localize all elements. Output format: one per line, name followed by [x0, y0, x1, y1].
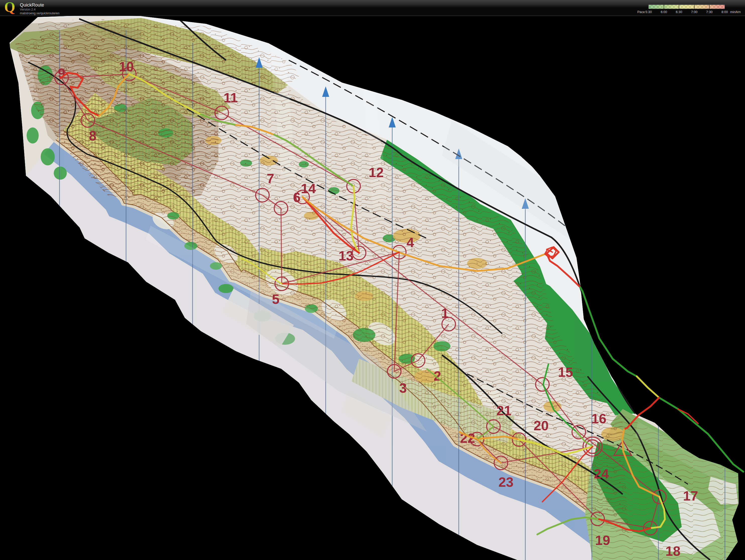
svg-text:7:30: 7:30: [706, 10, 712, 14]
svg-text:Q: Q: [4, 0, 15, 15]
svg-text:3: 3: [399, 380, 407, 395]
svg-text:1: 1: [441, 306, 449, 321]
svg-text:Pace: Pace: [637, 10, 645, 14]
svg-text:10: 10: [119, 59, 134, 74]
svg-text:6:00: 6:00: [661, 10, 667, 14]
svg-text:QuickRoute: QuickRoute: [20, 2, 44, 7]
svg-text:6:30: 6:30: [676, 10, 682, 14]
svg-text:4: 4: [407, 235, 414, 250]
svg-text:17: 17: [683, 488, 698, 503]
svg-text:14: 14: [301, 181, 316, 196]
svg-text:6: 6: [293, 190, 300, 205]
svg-text:12: 12: [368, 165, 384, 180]
svg-text:matstroeng.se/quickroute/en: matstroeng.se/quickroute/en: [20, 11, 60, 15]
svg-text:23: 23: [498, 475, 514, 490]
svg-text:20: 20: [533, 418, 549, 433]
svg-text:13: 13: [338, 248, 354, 263]
svg-text:18: 18: [666, 544, 680, 559]
svg-text:7: 7: [267, 171, 274, 186]
svg-text:11: 11: [224, 90, 238, 105]
svg-text:Version 2.4: Version 2.4: [20, 8, 36, 11]
svg-text:8: 8: [89, 128, 96, 143]
svg-text:24: 24: [594, 466, 609, 481]
svg-text:21: 21: [496, 403, 512, 418]
svg-text:min/km: min/km: [730, 10, 741, 14]
svg-text:19: 19: [595, 533, 610, 548]
svg-text:8:00: 8:00: [721, 10, 728, 14]
svg-text:5:30: 5:30: [645, 10, 652, 14]
svg-text:16: 16: [591, 411, 606, 426]
svg-text:15: 15: [558, 364, 573, 380]
svg-text:5: 5: [272, 291, 280, 307]
svg-text:7:00: 7:00: [691, 10, 697, 14]
